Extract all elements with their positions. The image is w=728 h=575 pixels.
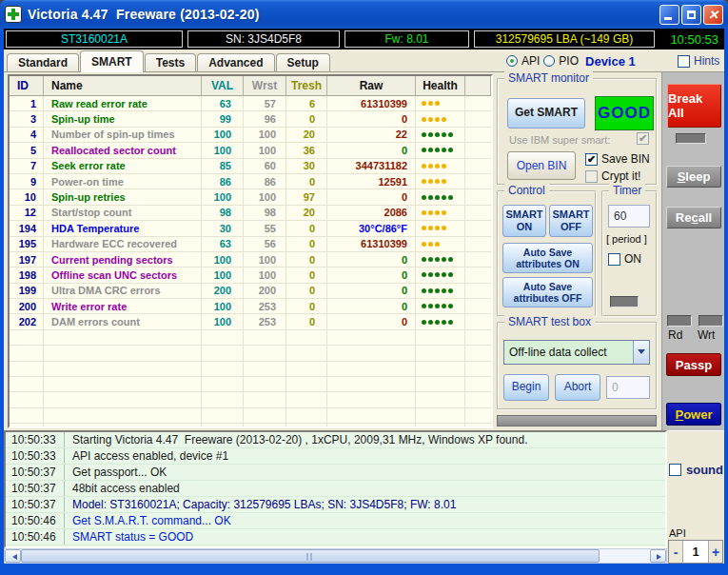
cell-empty	[465, 377, 491, 391]
cell-empty	[44, 424, 202, 428]
scrollbar-track[interactable]	[600, 549, 650, 563]
save-bin-checkbox[interactable]	[585, 153, 598, 166]
smart-test-box-title: SMART test box	[504, 315, 595, 328]
cell-empty	[465, 408, 491, 423]
dropdown-arrow-icon[interactable]	[633, 341, 649, 364]
table-row[interactable]: 1Raw read error rate6357661310399	[10, 96, 491, 111]
tab-smart[interactable]: SMART	[80, 50, 144, 72]
cell-id: 195	[10, 237, 44, 251]
autosave-off-button[interactable]: Auto Save attributes OFF	[502, 277, 593, 307]
pio-radio[interactable]	[543, 55, 555, 67]
sound-checkbox[interactable]	[669, 464, 681, 476]
header-wrst[interactable]: Wrst	[244, 76, 286, 95]
open-bin-button[interactable]: Open BIN	[507, 151, 576, 180]
health-dot	[428, 101, 433, 106]
scrollbar-thumb[interactable]	[21, 549, 600, 563]
break-all-button[interactable]: Break All	[667, 84, 721, 128]
smart-on-button[interactable]: SMART ON	[502, 205, 546, 237]
table-row[interactable]: 194HDA Temperature3055030°C/86°F	[10, 221, 491, 236]
cell-val: 100	[202, 268, 244, 282]
passp-button[interactable]: Passp	[666, 353, 721, 376]
table-row[interactable]: 12Start/stop count9898202086	[10, 206, 491, 221]
table-row[interactable]: 197Current pending sectors10010000	[10, 252, 491, 268]
smart-off-button[interactable]: SMART OFF	[549, 205, 593, 237]
table-row[interactable]: 9Power-on time8686012591	[10, 174, 491, 189]
header-raw[interactable]: Raw	[327, 76, 416, 95]
tab-advanced[interactable]: Advanced	[197, 53, 274, 71]
log-entry: 10:50:46Get S.M.A.R.T. command... OK	[6, 513, 665, 529]
table-row[interactable]: 195Hardware ECC recovered6356061310399	[10, 237, 491, 252]
scroll-right-arrow-icon[interactable]	[650, 549, 666, 563]
cell-id: 202	[10, 314, 44, 328]
table-row[interactable]: 202DAM errors count10025300	[10, 314, 491, 329]
header-tresh[interactable]: Tresh	[286, 76, 327, 95]
timer-on-checkbox[interactable]	[608, 253, 620, 266]
header-name[interactable]: Name	[44, 76, 202, 95]
cell-filler	[465, 237, 491, 251]
sleep-button[interactable]: Sleep	[666, 166, 721, 188]
minimize-button[interactable]	[659, 5, 679, 25]
cell-raw: 61310399	[327, 96, 416, 110]
timer-period-label: [ period ]	[606, 233, 647, 245]
health-dot	[442, 117, 446, 122]
begin-button[interactable]: Begin	[503, 374, 549, 401]
recall-button[interactable]: Recall	[666, 207, 721, 228]
scroll-left-arrow-icon[interactable]	[5, 549, 21, 563]
health-dot	[435, 226, 440, 230]
get-smart-button[interactable]: Get SMART	[507, 98, 585, 129]
cell-raw: 0	[327, 314, 416, 328]
maximize-button[interactable]	[681, 5, 701, 25]
cell-filler	[465, 174, 491, 188]
cell-empty	[416, 408, 465, 423]
header-health[interactable]: Health	[416, 76, 465, 95]
table-row[interactable]: 3Spin-up time999600	[10, 111, 491, 127]
cell-id: 12	[10, 206, 44, 220]
autosave-on-button[interactable]: Auto Save attributes ON	[502, 243, 593, 273]
header-id[interactable]: ID	[10, 76, 44, 95]
cell-filler	[465, 284, 491, 298]
api-number-decrement-button[interactable]: -	[669, 541, 683, 563]
cell-empty	[44, 408, 202, 423]
cell-wrst: 55	[244, 221, 286, 235]
cell-empty	[327, 377, 416, 391]
table-row[interactable]: 10Spin-up retries100100970	[10, 189, 491, 205]
table-row[interactable]: 7Seek error rate856030344731182	[10, 159, 491, 174]
table-row[interactable]: 200Write error rate10025300	[10, 299, 491, 314]
cell-empty	[202, 346, 244, 360]
table-row[interactable]: 198Offline scan UNC sectors10010000	[10, 268, 491, 283]
tab-standard[interactable]: Standard	[7, 53, 79, 71]
cell-health	[416, 128, 465, 142]
api-radio[interactable]	[506, 55, 518, 67]
hints-checkbox[interactable]	[678, 55, 690, 68]
tab-bar: Standard SMART Tests Advanced Setup API …	[4, 50, 724, 72]
table-row[interactable]: 4Number of spin-up times1001002022	[10, 128, 491, 143]
log-time: 10:50:37	[6, 481, 65, 496]
smart-status-indicator: GOOD	[595, 96, 654, 130]
power-button[interactable]: Power	[666, 403, 721, 426]
horizontal-scrollbar[interactable]	[4, 548, 667, 564]
tab-tests[interactable]: Tests	[145, 53, 196, 71]
table-row[interactable]: 199Ultra DMA CRC errors20020000	[10, 284, 491, 299]
cell-raw: 12591	[327, 174, 416, 188]
cell-empty	[44, 346, 202, 360]
api-number-increment-button[interactable]: +	[708, 541, 722, 563]
close-button[interactable]: ✕	[703, 5, 723, 25]
cell-wrst: 100	[244, 143, 286, 157]
cell-empty	[286, 377, 327, 391]
health-dot	[442, 179, 446, 184]
test-select-dropdown[interactable]: Off-line data collect	[503, 340, 650, 365]
cell-raw: 2086	[327, 206, 416, 220]
window-content: ST3160021A SN: 3JS4D5F8 Fw: 8.01 3125796…	[4, 29, 724, 564]
tab-setup[interactable]: Setup	[276, 53, 330, 71]
health-dot	[428, 117, 433, 122]
abort-button[interactable]: Abort	[555, 374, 600, 401]
cell-empty	[10, 392, 44, 406]
cell-empty	[286, 408, 327, 423]
table-row[interactable]: 5Reallocated sector count100100360	[10, 143, 491, 158]
read-led	[667, 315, 692, 327]
header-val[interactable]: VAL	[202, 76, 244, 95]
cell-filler	[465, 159, 491, 173]
timer-period-input[interactable]: 60	[608, 205, 650, 228]
log-message: Model: ST3160021A; Capacity: 312579695 L…	[65, 498, 456, 511]
cell-wrst: 56	[244, 237, 286, 251]
